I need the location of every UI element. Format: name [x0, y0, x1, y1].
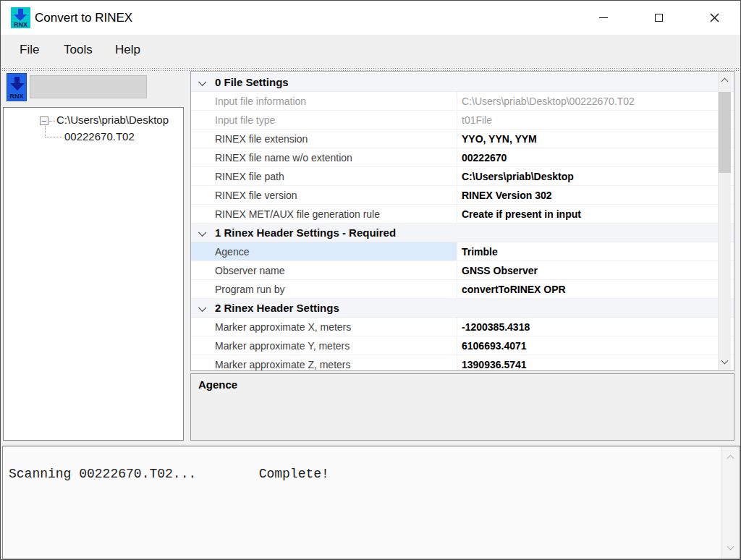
property-label[interactable]: Input file information: [191, 92, 457, 110]
tree-file-item[interactable]: 00222670.T02: [64, 130, 135, 143]
property-value[interactable]: 1390936.5741: [457, 355, 734, 371]
property-grid-rows: 0 File SettingsInput file informationC:\…: [191, 73, 734, 371]
property-label[interactable]: Observer name: [191, 261, 457, 279]
property-label[interactable]: Marker approximate X, meters: [191, 318, 457, 336]
property-value[interactable]: t01File: [457, 111, 734, 129]
grid-property-row[interactable]: Program run byconvertToRINEX OPR: [191, 280, 734, 299]
file-tree-panel: C:\Users\priab\Desktop 00222670.T02: [3, 107, 184, 441]
grid-category-row[interactable]: 2 Rinex Header Settings: [191, 299, 734, 318]
grid-property-row[interactable]: RINEX file pathC:\Users\priab\Desktop: [191, 167, 734, 186]
convert-button[interactable]: RNX: [7, 73, 27, 101]
property-value[interactable]: convertToRINEX OPR: [457, 280, 734, 298]
vertical-scrollbar[interactable]: [718, 72, 731, 370]
grid-property-row[interactable]: RINEX file versionRINEX Version 302: [191, 186, 734, 205]
minimize-button[interactable]: [587, 1, 620, 35]
grid-property-row[interactable]: AgenceTrimble: [191, 242, 734, 261]
property-label[interactable]: RINEX file version: [191, 186, 457, 204]
rnx-app-icon: RNX: [11, 7, 30, 28]
category-label: 2 Rinex Header Settings: [191, 299, 339, 317]
grid-property-row[interactable]: RINEX MET/AUX file generation ruleCreate…: [191, 205, 734, 224]
property-label[interactable]: Program run by: [191, 280, 457, 298]
property-label[interactable]: RINEX file extension: [191, 130, 457, 148]
property-label[interactable]: Agence: [191, 242, 457, 260]
property-label[interactable]: RINEX file name w/o extention: [191, 148, 457, 166]
property-value[interactable]: -1200385.4318: [457, 318, 734, 336]
property-label[interactable]: Marker approximate Y, meters: [191, 336, 457, 355]
log-scroll-up-icon[interactable]: [727, 455, 734, 462]
progress-bar: [30, 75, 147, 98]
grid-property-row[interactable]: RINEX file extensionYYO, YYN, YYM: [191, 130, 734, 148]
category-label: 1 Rinex Header Settings - Required: [191, 224, 396, 242]
grid-property-row[interactable]: RINEX file name w/o extention00222670: [191, 148, 734, 167]
menu-item-help[interactable]: Help: [115, 43, 140, 57]
property-value[interactable]: 00222670: [457, 148, 734, 166]
property-value[interactable]: Trimble: [457, 242, 734, 260]
property-value[interactable]: RINEX Version 302: [457, 186, 734, 204]
property-value[interactable]: YYO, YYN, YYM: [457, 130, 734, 148]
grid-property-row[interactable]: Marker approximate Z, meters1390936.5741: [191, 355, 734, 371]
app-window: RNX Convert to RINEX File Tools Help RNX: [0, 0, 741, 560]
tree-collapse-icon[interactable]: [40, 116, 48, 125]
close-button[interactable]: [698, 1, 731, 35]
maximize-icon: [655, 14, 663, 22]
grid-property-row[interactable]: Marker approximate X, meters-1200385.431…: [191, 318, 734, 336]
property-label[interactable]: RINEX file path: [191, 167, 457, 185]
property-label[interactable]: Marker approximate Z, meters: [191, 355, 457, 371]
menu-item-file[interactable]: File: [20, 43, 39, 57]
grid-property-row[interactable]: Observer nameGNSS Observer: [191, 261, 734, 280]
property-value[interactable]: GNSS Observer: [457, 261, 734, 279]
grid-property-row[interactable]: Input file informationC:\Users\priab\Des…: [191, 92, 734, 111]
log-panel: Scanning 00222670.T02... Complete!: [2, 446, 740, 559]
log-scroll-down-icon[interactable]: [727, 543, 734, 551]
property-description-panel: Agence: [190, 373, 734, 441]
property-value[interactable]: C:\Users\priab\Desktop\00222670.T02: [457, 92, 734, 110]
scroll-up-icon[interactable]: [721, 78, 729, 85]
property-value[interactable]: Create if present in input: [457, 205, 734, 223]
log-vertical-scrollbar[interactable]: [721, 446, 740, 559]
property-grid: 0 File SettingsInput file informationC:\…: [190, 71, 734, 371]
property-label[interactable]: Input file type: [191, 111, 457, 129]
property-label[interactable]: RINEX MET/AUX file generation rule: [191, 205, 457, 223]
minimize-icon: [599, 17, 608, 18]
maximize-button[interactable]: [642, 1, 675, 35]
menu-bar: File Tools Help: [1, 35, 741, 67]
description-title: Agence: [198, 378, 237, 391]
scroll-down-icon[interactable]: [721, 357, 729, 365]
menu-item-tools[interactable]: Tools: [64, 43, 93, 57]
close-icon: [710, 13, 719, 22]
grid-category-row[interactable]: 1 Rinex Header Settings - Required: [191, 224, 734, 242]
title-bar[interactable]: RNX Convert to RINEX: [1, 1, 740, 35]
scrollbar-thumb[interactable]: [719, 92, 731, 173]
property-value[interactable]: 6106693.4071: [457, 336, 734, 355]
grid-category-row[interactable]: 0 File Settings: [191, 73, 734, 92]
property-value[interactable]: C:\Users\priab\Desktop: [457, 167, 734, 185]
grid-property-row[interactable]: Marker approximate Y, meters6106693.4071: [191, 336, 734, 355]
log-text: Scanning 00222670.T02... Complete!: [9, 467, 329, 481]
window-title: Convert to RINEX: [35, 11, 132, 25]
tree-root-folder[interactable]: C:\Users\priab\Desktop: [56, 114, 169, 126]
grid-property-row[interactable]: Input file typet01File: [191, 111, 734, 130]
